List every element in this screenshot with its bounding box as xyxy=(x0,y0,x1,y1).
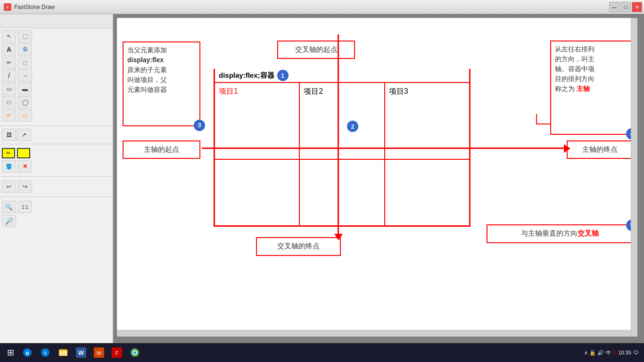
toolbar-top xyxy=(0,14,113,28)
item1-label: 项目1 xyxy=(219,87,238,95)
start-button[interactable]: ⊞ xyxy=(2,344,19,361)
item2-label: 项目2 xyxy=(304,87,323,95)
tool-fill[interactable]: 🪣 xyxy=(2,160,16,173)
left-anno-text1: 当父元素添加 xyxy=(127,45,196,55)
tool-ellipse[interactable]: ⬭ xyxy=(2,96,16,108)
main-axis-end-box: 主轴的终点 xyxy=(567,140,633,159)
divider4 xyxy=(0,197,113,197)
tool-rounded-rect[interactable]: ▬ xyxy=(18,83,32,95)
taskbar-time: 10:35 xyxy=(618,350,631,355)
taskbar-explorer[interactable] xyxy=(55,344,72,361)
taskbar-word[interactable]: W xyxy=(73,344,90,361)
tool-actual-size-btn[interactable]: 1:1 xyxy=(18,201,32,213)
svg-text:e: e xyxy=(44,350,47,355)
divider2 xyxy=(0,144,113,144)
svg-text:F: F xyxy=(6,5,9,10)
svg-point-16 xyxy=(133,351,136,354)
cross-axis-arrow xyxy=(338,34,339,235)
right-box-arrow xyxy=(537,123,551,124)
svg-text:W: W xyxy=(97,350,102,356)
cross-axis-desc-text: 与主轴垂直的方向交叉轴 xyxy=(521,229,599,237)
left-toolbar: ↖ ⬚ A ① ✏ ◻ / → ▭ ▬ ⬭ ◯ ✏ ▭ 🖼 ↗ xyxy=(0,14,113,343)
tool-erase[interactable]: ◻ xyxy=(18,57,32,69)
right-annotation-box: 从左往右排列 的方向，叫主 轴。容器中项 目的排列方向 称之为 主轴 4 xyxy=(550,41,633,135)
svg-text:F: F xyxy=(116,350,119,356)
app-body: ↖ ⬚ A ① ✏ ◻ / → ▭ ▬ ⬭ ◯ ✏ ▭ 🖼 ↗ xyxy=(0,14,644,343)
taskbar-chrome[interactable] xyxy=(126,344,143,361)
tool-circle[interactable]: ◯ xyxy=(18,96,32,108)
tool-number[interactable]: ① xyxy=(18,43,32,56)
cross-axis-end-label: 交叉轴的终点 xyxy=(277,242,320,250)
tool-redo[interactable]: ↪ xyxy=(18,181,32,193)
tool-arrow[interactable]: → xyxy=(18,70,32,82)
tool-text[interactable]: A xyxy=(2,43,16,56)
taskbar-notify: 🗨 xyxy=(633,350,638,355)
badge-3: 3 xyxy=(194,120,205,131)
tool-zoom-out-btn[interactable]: 🔎 xyxy=(2,215,16,227)
svg-text:W: W xyxy=(78,349,84,356)
flex-item-4 xyxy=(215,160,300,225)
main-axis-start-box: 主轴的起点 xyxy=(123,140,200,159)
divider3 xyxy=(0,176,113,177)
maximize-button[interactable]: □ xyxy=(620,2,631,12)
taskbar-items: e e W W F xyxy=(19,344,584,361)
app-title: FastStone Draw xyxy=(14,4,640,10)
taskbar-network: ∧ 🔒 🔊 xyxy=(584,350,604,356)
tool-highlight-pen[interactable]: ✏ xyxy=(2,109,16,122)
tool-select[interactable]: ↖ xyxy=(2,30,16,42)
tool-color-highlight[interactable]: ✏ xyxy=(2,148,15,158)
badge-1: 1 xyxy=(277,70,289,81)
tool-color-box[interactable] xyxy=(17,148,30,158)
taskbar-ie[interactable]: e xyxy=(19,344,36,361)
vertical-scrollbar[interactable] xyxy=(631,18,637,337)
close-button[interactable]: ✕ xyxy=(632,2,642,12)
container-label: display:flex;容器 xyxy=(219,71,274,80)
cross-axis-desc-box: 与主轴垂直的方向交叉轴 5 xyxy=(487,224,633,243)
taskbar-edge[interactable]: e xyxy=(37,344,54,361)
taskbar-right: ∧ 🔒 🔊 中 S 10:35 🗨 xyxy=(584,349,642,356)
left-anno-text3: 叫做项目，父 xyxy=(127,75,196,85)
left-annotation-box: 当父元素添加 display:flex 原来的子元素 叫做项目，父 元素叫做容器… xyxy=(123,41,200,126)
right-anno-t4: 目的排列方向 xyxy=(555,74,628,84)
svg-text:e: e xyxy=(25,349,29,356)
badge-2: 2 xyxy=(347,121,358,132)
horizontal-scrollbar[interactable] xyxy=(117,330,631,337)
canvas-area: 当父元素添加 display:flex 原来的子元素 叫做项目，父 元素叫做容器… xyxy=(113,14,644,343)
taskbar-app6[interactable]: F xyxy=(108,344,125,361)
main-axis-arrow xyxy=(202,148,565,149)
item3-label: 项目3 xyxy=(389,87,408,95)
tool-line[interactable]: / xyxy=(2,70,16,82)
svg-rect-7 xyxy=(59,351,67,356)
tool-rect[interactable]: ▭ xyxy=(2,83,16,95)
taskbar: ⊞ e e W W F ∧ 🔒 🔊 中 S 10:35 🗨 xyxy=(0,343,644,362)
cross-axis-end-box: 交叉轴的终点 xyxy=(256,237,341,256)
tool-grid: ↖ ⬚ A ① ✏ ◻ / → ▭ ▬ ⬭ ◯ ✏ ▭ xyxy=(0,28,113,123)
tool-eraser2[interactable]: ✕ xyxy=(18,160,32,173)
divider1 xyxy=(0,125,113,126)
flex-item-5 xyxy=(300,160,385,225)
color-section: 🖼 ↗ xyxy=(0,128,113,142)
taskbar-lang: 中 xyxy=(606,349,611,356)
right-anno-t1: 从左往右排列 xyxy=(555,44,628,54)
minimize-button[interactable]: — xyxy=(609,2,619,12)
right-anno-t2: 的方向，叫主 xyxy=(555,54,628,64)
window-controls: — □ ✕ xyxy=(609,2,642,12)
left-anno-text4: 元素叫做容器 xyxy=(127,85,196,95)
tool-pointer2[interactable]: ↗ xyxy=(17,129,31,141)
tool-pencil[interactable]: ✏ xyxy=(2,57,16,69)
main-axis-start-label: 主轴的起点 xyxy=(144,145,179,153)
flex-item-6 xyxy=(385,160,469,225)
taskbar-app5[interactable]: W xyxy=(91,344,107,361)
left-anno-bold: display:flex xyxy=(127,55,196,65)
right-anno-t3: 轴。容器中项 xyxy=(555,64,628,74)
tool-marquee[interactable]: ⬚ xyxy=(18,30,32,42)
tool-highlight-box[interactable]: ▭ xyxy=(18,109,32,122)
main-axis-end-label: 主轴的终点 xyxy=(582,145,618,153)
right-anno-t5: 称之为 主轴 xyxy=(555,84,628,94)
tool-image[interactable]: 🖼 xyxy=(2,129,16,141)
tool-undo[interactable]: ↩ xyxy=(2,181,16,193)
canvas-white: 当父元素添加 display:flex 原来的子元素 叫做项目，父 元素叫做容器… xyxy=(117,18,637,337)
tool-zoom-in-btn[interactable]: 🔍 xyxy=(2,201,16,213)
taskbar-sogou: S xyxy=(613,350,616,355)
cross-axis-start-label: 交叉轴的起点 xyxy=(295,45,338,53)
